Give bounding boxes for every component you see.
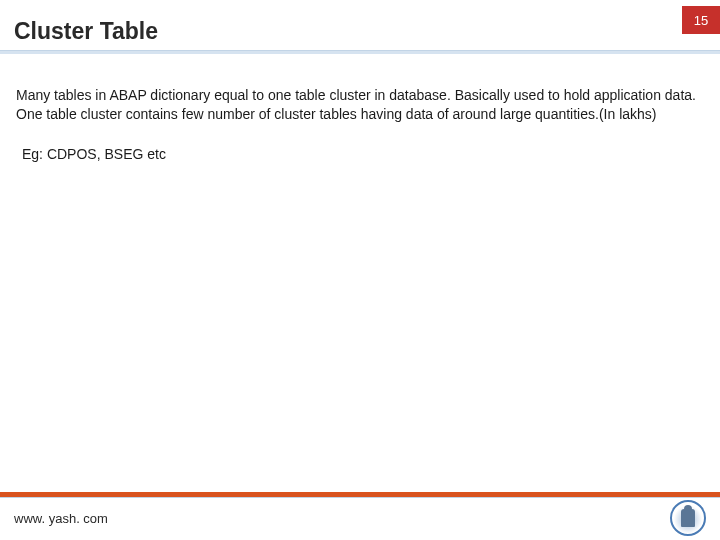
example-line: Eg: CDPOS, BSEG etc xyxy=(16,146,698,162)
footer: www. yash. com xyxy=(0,492,720,540)
body-paragraph: Many tables in ABAP dictionary equal to … xyxy=(16,86,698,124)
content-area: Many tables in ABAP dictionary equal to … xyxy=(0,54,720,162)
footer-divider xyxy=(0,492,720,497)
page-number: 15 xyxy=(694,13,708,28)
footer-url: www. yash. com xyxy=(14,511,108,526)
slide-title: Cluster Table xyxy=(14,18,158,45)
title-underline xyxy=(0,50,720,54)
logo-graphic xyxy=(681,509,695,527)
page-number-badge: 15 xyxy=(682,6,720,34)
brand-logo-icon xyxy=(670,500,706,536)
header: Cluster Table 15 xyxy=(0,0,720,54)
